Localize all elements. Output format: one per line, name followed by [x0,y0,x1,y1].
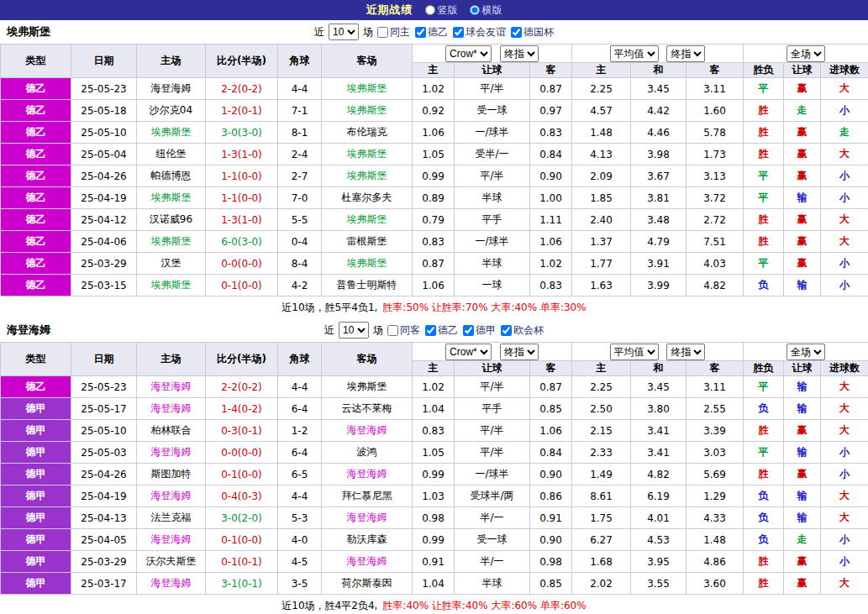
away-team[interactable]: 荷尔斯泰因 [322,573,413,595]
match-date: 25-05-03 [71,442,137,464]
page-title: 近期战绩 [366,3,413,18]
match-row: 德甲25-04-26斯图加特0-1(0-0)6-5海登海姆0.99一/球半0.9… [1,464,868,485]
bookmaker-select[interactable]: Crow* [445,344,492,360]
filter-checkbox[interactable]: 德乙 [425,323,458,338]
handicap-line: 平/半 [455,442,530,464]
filter-checkbox-input[interactable] [425,325,436,336]
away-team[interactable]: 海登海姆 [322,507,413,529]
home-team[interactable]: 海登海姆 [137,573,206,595]
layout-radio-horizontal[interactable]: 横版 [470,3,502,18]
away-team[interactable]: 海登海姆 [322,464,413,485]
scope-select[interactable]: 全场 [786,344,825,360]
average-select[interactable]: 平均值 [610,45,659,62]
filter-checkbox-input[interactable] [501,325,512,336]
league-badge: 德甲 [1,507,71,529]
away-team[interactable]: 埃弗斯堡 [322,209,413,231]
filters: 近 10 场 同主德乙球会友谊德国杯 [314,24,554,40]
filter-checkbox-input[interactable] [387,325,398,336]
score: 0-4(0-3) [206,485,278,507]
home-team[interactable]: 海登海姆 [137,442,206,464]
handicap-stage-select[interactable]: 终指 [500,344,539,360]
league-badge: 德甲 [1,529,71,551]
result-handicap: 输 [784,485,821,507]
recent-count-select[interactable]: 10 [339,322,369,338]
match-date: 25-03-15 [71,275,137,297]
average-stage-select[interactable]: 终指 [666,45,705,62]
home-team[interactable]: 纽伦堡 [137,144,206,165]
handicap-odds-home: 1.03 [413,485,455,507]
away-team[interactable]: 拜仁慕尼黑 [322,485,413,507]
away-team[interactable]: 布伦瑞克 [322,122,413,144]
home-team[interactable]: 海登海姆 [137,78,206,100]
away-team[interactable]: 埃弗斯堡 [322,376,413,398]
filter-checkbox[interactable]: 球会友谊 [453,25,506,39]
layout-radio-horizontal-input[interactable] [470,5,480,15]
home-team[interactable]: 埃弗斯堡 [137,231,206,253]
away-team[interactable]: 海登海姆 [322,551,413,573]
handicap-odds-away: 0.84 [530,144,572,165]
average-select[interactable]: 平均值 [610,344,659,360]
score: 0-1(0-0) [206,529,278,551]
home-team[interactable]: 汉诺威96 [137,209,206,231]
away-team[interactable]: 埃弗斯堡 [322,100,413,122]
games-label: 场 [373,323,383,338]
score: 3-1(0-1) [206,573,278,595]
home-team[interactable]: 法兰克福 [137,507,206,529]
bookmaker-select[interactable]: Crow* [445,45,492,62]
avg-odds-away: 4.86 [687,551,744,573]
league-badge: 德甲 [1,442,71,464]
match-date: 25-05-18 [71,100,137,122]
result-goals: 小 [821,551,868,573]
away-team[interactable]: 海登海姆 [322,420,413,442]
away-team[interactable]: 勒沃库森 [322,529,413,551]
home-team[interactable]: 埃弗斯堡 [137,275,206,297]
home-team[interactable]: 帕德博恩 [137,165,206,187]
avg-odds-away: 5.69 [687,464,744,485]
filter-checkbox[interactable]: 欧会杯 [501,323,544,338]
home-team[interactable]: 埃弗斯堡 [137,187,206,209]
filter-checkbox[interactable]: 同主 [377,25,410,39]
home-team[interactable]: 沙尔克04 [137,100,206,122]
away-team[interactable]: 雷根斯堡 [322,231,413,253]
away-team[interactable]: 埃弗斯堡 [322,253,413,275]
home-team[interactable]: 海登海姆 [137,398,206,420]
away-team[interactable]: 埃弗斯堡 [322,78,413,100]
home-team[interactable]: 海登海姆 [137,485,206,507]
filter-checkbox[interactable]: 德乙 [415,25,448,39]
home-team[interactable]: 海登海姆 [137,376,206,398]
away-team[interactable]: 波鸿 [322,442,413,464]
filter-checkbox-input[interactable] [377,27,388,38]
home-team[interactable]: 斯图加特 [137,464,206,485]
away-team[interactable]: 埃弗斯堡 [322,165,413,187]
away-team[interactable]: 普鲁士明斯特 [322,275,413,297]
filter-checkbox-input[interactable] [511,27,522,38]
filter-checkbox-input[interactable] [463,325,474,336]
match-row: 德甲25-04-13法兰克福3-0(2-0)5-3海登海姆0.98半/一0.91… [1,507,868,529]
filter-checkbox-input[interactable] [415,27,426,38]
team-name[interactable]: 海登海姆 [7,323,50,338]
filter-checkbox[interactable]: 德国杯 [511,25,554,39]
avg-odds-away: 3.11 [687,78,744,100]
filter-checkbox-input[interactable] [453,27,464,38]
handicap-odds-home: 1.02 [413,78,455,100]
average-stage-select[interactable]: 终指 [666,344,705,360]
home-team[interactable]: 沃尔夫斯堡 [137,551,206,573]
away-team[interactable]: 云达不莱梅 [322,398,413,420]
team-name[interactable]: 埃弗斯堡 [7,24,50,39]
avg-odds-away: 3.60 [687,573,744,595]
filter-checkbox[interactable]: 德甲 [463,323,496,338]
layout-radio-vertical-input[interactable] [425,5,435,15]
scope-select[interactable]: 全场 [786,45,825,62]
home-team[interactable]: 汉堡 [137,253,206,275]
handicap-odds-away: 1.06 [530,420,572,442]
handicap-stage-select[interactable]: 终指 [500,45,539,62]
home-team[interactable]: 埃弗斯堡 [137,122,206,144]
home-team[interactable]: 海登海姆 [137,529,206,551]
avg-odds-away: 2.72 [687,209,744,231]
layout-radio-vertical[interactable]: 竖版 [425,3,458,18]
filter-checkbox[interactable]: 同客 [387,323,420,338]
away-team[interactable]: 埃弗斯堡 [322,144,413,165]
away-team[interactable]: 杜塞尔多夫 [322,187,413,209]
recent-count-select[interactable]: 10 [329,24,359,40]
home-team[interactable]: 柏林联合 [137,420,206,442]
